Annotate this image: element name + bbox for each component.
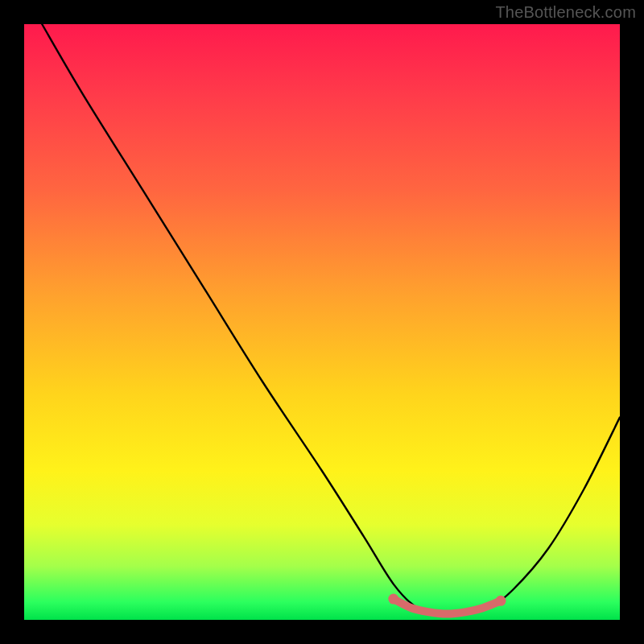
valley-highlight: [388, 594, 506, 614]
plot-area: [24, 24, 620, 620]
chart-frame: TheBottleneck.com: [0, 0, 644, 644]
bottleneck-curve-path: [42, 24, 620, 615]
valley-highlight-dot: [496, 596, 506, 606]
valley-highlight-dot: [388, 594, 398, 605]
curve-svg: [24, 24, 620, 620]
watermark-text: TheBottleneck.com: [495, 3, 636, 22]
